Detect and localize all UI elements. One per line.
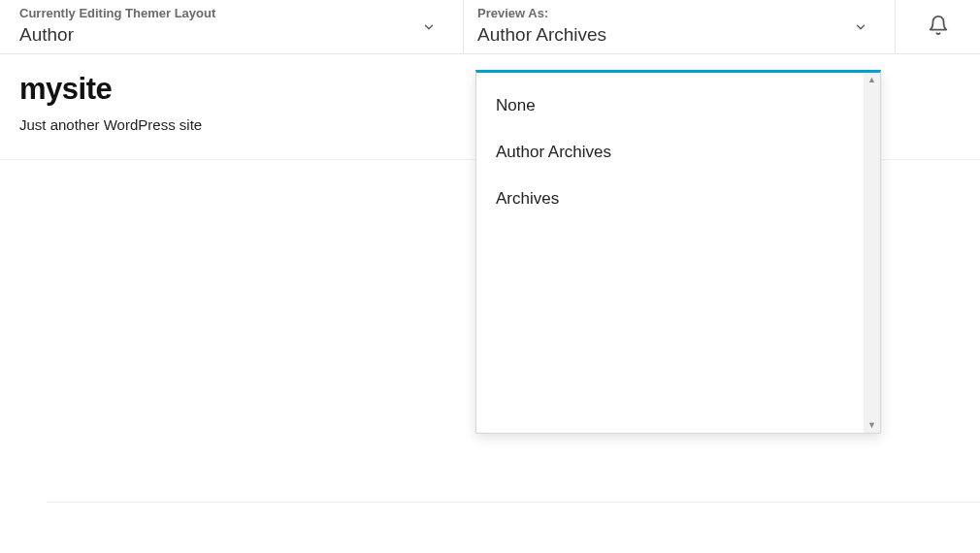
top-bar: Currently Editing Themer Layout Author P… — [0, 0, 980, 54]
dropdown-item-author-archives[interactable]: Author Archives — [476, 129, 864, 176]
preview-value: Author Archives — [477, 22, 875, 48]
bell-icon — [928, 15, 949, 40]
dropdown-list: None Author Archives Archives — [476, 73, 864, 433]
scroll-down-arrow-icon[interactable]: ▼ — [867, 421, 876, 430]
preview-dropdown: None Author Archives Archives ▲ ▼ — [475, 70, 881, 434]
dropdown-item-none[interactable]: None — [476, 82, 864, 129]
divider — [47, 502, 980, 503]
chevron-down-icon — [854, 20, 867, 34]
editing-value: Author — [19, 22, 443, 48]
preview-selector[interactable]: Preview As: Author Archives — [463, 0, 895, 53]
notifications-button[interactable] — [895, 0, 980, 53]
chevron-down-icon — [422, 20, 436, 34]
preview-label: Preview As: — [477, 6, 875, 21]
scrollbar[interactable]: ▲ ▼ — [864, 73, 880, 433]
editing-selector[interactable]: Currently Editing Themer Layout Author — [0, 0, 463, 53]
dropdown-item-archives[interactable]: Archives — [476, 176, 864, 222]
editing-label: Currently Editing Themer Layout — [19, 6, 443, 21]
scroll-up-arrow-icon[interactable]: ▲ — [867, 76, 876, 84]
